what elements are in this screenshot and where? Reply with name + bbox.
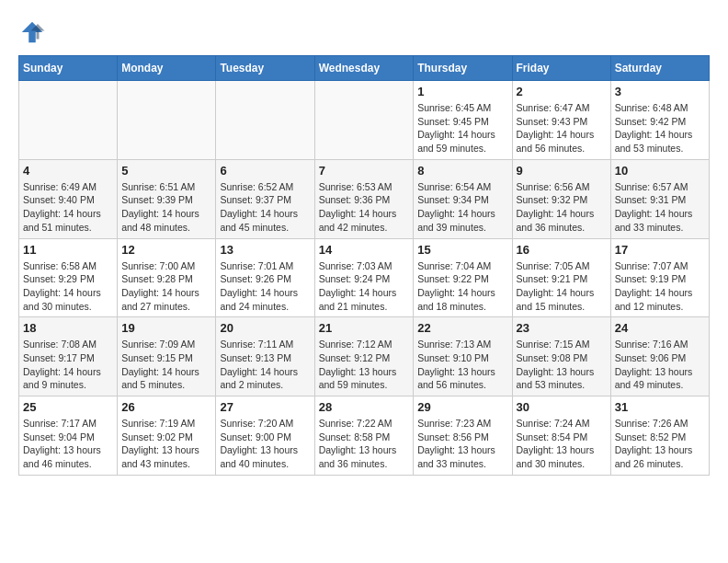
day-info: Sunrise: 7:07 AMSunset: 9:19 PMDaylight:… <box>615 259 705 314</box>
calendar-cell: 22Sunrise: 7:13 AMSunset: 9:10 PMDayligh… <box>414 317 512 396</box>
calendar-cell: 18Sunrise: 7:08 AMSunset: 9:17 PMDayligh… <box>19 317 118 396</box>
day-number: 28 <box>319 400 410 414</box>
day-info: Sunrise: 7:26 AMSunset: 8:52 PMDaylight:… <box>615 417 705 471</box>
calendar-cell: 2Sunrise: 6:47 AMSunset: 9:43 PMDaylight… <box>512 81 610 160</box>
day-number: 3 <box>615 85 705 98</box>
day-info: Sunrise: 7:13 AMSunset: 9:10 PMDaylight:… <box>417 338 507 392</box>
day-number: 17 <box>615 243 705 257</box>
day-number: 20 <box>220 321 310 335</box>
calendar-cell: 7Sunrise: 6:53 AMSunset: 9:36 PMDaylight… <box>314 159 414 238</box>
weekday-header-tuesday: Tuesday <box>216 56 314 81</box>
day-info: Sunrise: 6:53 AMSunset: 9:36 PMDaylight:… <box>319 180 410 235</box>
day-info: Sunrise: 7:00 AMSunset: 9:28 PMDaylight:… <box>121 259 211 314</box>
calendar-week-3: 11Sunrise: 6:58 AMSunset: 9:29 PMDayligh… <box>19 238 710 317</box>
calendar-cell: 27Sunrise: 7:20 AMSunset: 9:00 PMDayligh… <box>216 396 314 476</box>
calendar-cell: 26Sunrise: 7:19 AMSunset: 9:02 PMDayligh… <box>118 396 216 476</box>
day-info: Sunrise: 7:24 AMSunset: 8:54 PMDaylight:… <box>517 417 607 471</box>
calendar-cell: 17Sunrise: 7:07 AMSunset: 9:19 PMDayligh… <box>610 238 709 317</box>
day-number: 2 <box>517 85 607 98</box>
weekday-header-row: SundayMondayTuesdayWednesdayThursdayFrid… <box>19 56 710 81</box>
day-number: 8 <box>417 164 507 178</box>
calendar-header: SundayMondayTuesdayWednesdayThursdayFrid… <box>19 56 710 81</box>
day-number: 13 <box>220 243 310 257</box>
day-info: Sunrise: 6:58 AMSunset: 9:29 PMDaylight:… <box>23 259 113 314</box>
day-number: 11 <box>23 243 113 257</box>
day-info: Sunrise: 7:20 AMSunset: 9:00 PMDaylight:… <box>220 417 310 471</box>
calendar-cell: 30Sunrise: 7:24 AMSunset: 8:54 PMDayligh… <box>512 396 610 476</box>
day-number: 23 <box>517 321 607 335</box>
calendar-cell: 29Sunrise: 7:23 AMSunset: 8:56 PMDayligh… <box>414 396 512 476</box>
day-number: 26 <box>121 400 211 414</box>
day-info: Sunrise: 7:11 AMSunset: 9:13 PMDaylight:… <box>220 338 310 392</box>
calendar-cell <box>19 81 118 160</box>
weekday-header-saturday: Saturday <box>610 56 709 81</box>
weekday-header-sunday: Sunday <box>19 56 118 81</box>
logo-icon <box>18 18 46 46</box>
day-info: Sunrise: 7:03 AMSunset: 9:24 PMDaylight:… <box>319 259 410 314</box>
day-info: Sunrise: 6:45 AMSunset: 9:45 PMDaylight:… <box>417 101 507 155</box>
day-info: Sunrise: 6:54 AMSunset: 9:34 PMDaylight:… <box>417 180 507 235</box>
day-info: Sunrise: 7:12 AMSunset: 9:12 PMDaylight:… <box>319 338 410 392</box>
calendar-cell: 12Sunrise: 7:00 AMSunset: 9:28 PMDayligh… <box>118 238 216 317</box>
day-info: Sunrise: 6:47 AMSunset: 9:43 PMDaylight:… <box>517 101 607 155</box>
svg-marker-1 <box>22 22 43 43</box>
calendar-cell: 8Sunrise: 6:54 AMSunset: 9:34 PMDaylight… <box>414 159 512 238</box>
calendar-cell: 19Sunrise: 7:09 AMSunset: 9:15 PMDayligh… <box>118 317 216 396</box>
day-number: 29 <box>417 400 507 414</box>
calendar-cell: 31Sunrise: 7:26 AMSunset: 8:52 PMDayligh… <box>610 396 709 476</box>
day-info: Sunrise: 7:22 AMSunset: 8:58 PMDaylight:… <box>319 417 410 471</box>
day-info: Sunrise: 7:05 AMSunset: 9:21 PMDaylight:… <box>517 259 607 314</box>
weekday-header-thursday: Thursday <box>414 56 512 81</box>
calendar-cell: 14Sunrise: 7:03 AMSunset: 9:24 PMDayligh… <box>314 238 414 317</box>
day-number: 15 <box>417 243 507 257</box>
day-number: 14 <box>319 243 410 257</box>
day-info: Sunrise: 6:56 AMSunset: 9:32 PMDaylight:… <box>517 180 607 235</box>
day-number: 12 <box>121 243 211 257</box>
calendar-week-2: 4Sunrise: 6:49 AMSunset: 9:40 PMDaylight… <box>19 159 710 238</box>
weekday-header-wednesday: Wednesday <box>314 56 414 81</box>
calendar-cell: 11Sunrise: 6:58 AMSunset: 9:29 PMDayligh… <box>19 238 118 317</box>
logo <box>18 18 51 46</box>
day-number: 27 <box>220 400 310 414</box>
calendar-cell: 6Sunrise: 6:52 AMSunset: 9:37 PMDaylight… <box>216 159 314 238</box>
calendar-cell: 23Sunrise: 7:15 AMSunset: 9:08 PMDayligh… <box>512 317 610 396</box>
day-info: Sunrise: 6:51 AMSunset: 9:39 PMDaylight:… <box>121 180 211 235</box>
day-number: 25 <box>23 400 113 414</box>
calendar-cell: 15Sunrise: 7:04 AMSunset: 9:22 PMDayligh… <box>414 238 512 317</box>
day-info: Sunrise: 7:17 AMSunset: 9:04 PMDaylight:… <box>23 417 113 471</box>
day-info: Sunrise: 7:16 AMSunset: 9:06 PMDaylight:… <box>615 338 705 392</box>
day-number: 10 <box>615 164 705 178</box>
day-info: Sunrise: 7:09 AMSunset: 9:15 PMDaylight:… <box>121 338 211 392</box>
calendar-cell: 4Sunrise: 6:49 AMSunset: 9:40 PMDaylight… <box>19 159 118 238</box>
day-info: Sunrise: 7:23 AMSunset: 8:56 PMDaylight:… <box>417 417 507 471</box>
day-info: Sunrise: 6:57 AMSunset: 9:31 PMDaylight:… <box>615 180 705 235</box>
calendar-cell: 9Sunrise: 6:56 AMSunset: 9:32 PMDaylight… <box>512 159 610 238</box>
day-number: 22 <box>417 321 507 335</box>
day-number: 9 <box>517 164 607 178</box>
day-info: Sunrise: 7:19 AMSunset: 9:02 PMDaylight:… <box>121 417 211 471</box>
calendar-cell <box>216 81 314 160</box>
day-number: 5 <box>121 164 211 178</box>
day-number: 7 <box>319 164 410 178</box>
day-info: Sunrise: 6:52 AMSunset: 9:37 PMDaylight:… <box>220 180 310 235</box>
calendar-cell: 28Sunrise: 7:22 AMSunset: 8:58 PMDayligh… <box>314 396 414 476</box>
day-number: 18 <box>23 321 113 335</box>
calendar-body: 1Sunrise: 6:45 AMSunset: 9:45 PMDaylight… <box>19 81 710 476</box>
day-info: Sunrise: 7:01 AMSunset: 9:26 PMDaylight:… <box>220 259 310 314</box>
day-number: 31 <box>615 400 705 414</box>
day-info: Sunrise: 7:08 AMSunset: 9:17 PMDaylight:… <box>23 338 113 392</box>
day-info: Sunrise: 7:15 AMSunset: 9:08 PMDaylight:… <box>517 338 607 392</box>
day-info: Sunrise: 7:04 AMSunset: 9:22 PMDaylight:… <box>417 259 507 314</box>
page-header <box>18 18 710 46</box>
day-number: 4 <box>23 164 113 178</box>
day-number: 6 <box>220 164 310 178</box>
calendar-cell: 10Sunrise: 6:57 AMSunset: 9:31 PMDayligh… <box>610 159 709 238</box>
calendar-cell: 24Sunrise: 7:16 AMSunset: 9:06 PMDayligh… <box>610 317 709 396</box>
calendar-cell: 1Sunrise: 6:45 AMSunset: 9:45 PMDaylight… <box>414 81 512 160</box>
weekday-header-friday: Friday <box>512 56 610 81</box>
weekday-header-monday: Monday <box>118 56 216 81</box>
day-number: 30 <box>517 400 607 414</box>
day-number: 21 <box>319 321 410 335</box>
calendar-cell: 13Sunrise: 7:01 AMSunset: 9:26 PMDayligh… <box>216 238 314 317</box>
day-number: 1 <box>417 85 507 98</box>
